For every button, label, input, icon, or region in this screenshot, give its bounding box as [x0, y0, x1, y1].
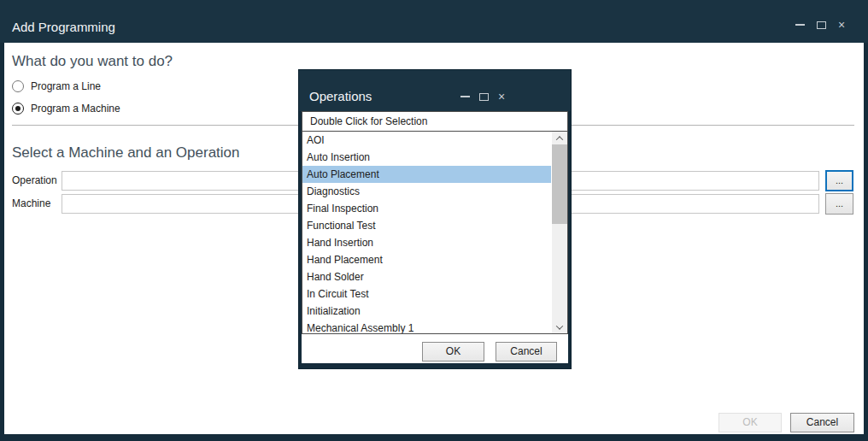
operations-picker: Double Click for Selection AOIAuto Inser…: [302, 111, 568, 334]
close-icon[interactable]: ×: [831, 12, 852, 38]
operations-title: Operations: [309, 89, 372, 103]
radio-circle-icon: [12, 80, 24, 92]
list-item[interactable]: Mechanical Assembly 1: [302, 320, 551, 333]
question-heading: What do you want to do?: [12, 53, 173, 70]
operations-dialog: Operations × Double Click for Selection …: [299, 70, 571, 368]
list-item[interactable]: Auto Insertion: [302, 149, 551, 166]
list-item[interactable]: Diagnostics: [302, 183, 551, 200]
list-item[interactable]: Initialization: [302, 303, 551, 320]
main-titlebar: Add Programming ×: [0, 0, 868, 43]
operations-ok-button[interactable]: OK: [422, 342, 484, 362]
list-item[interactable]: Hand Insertion: [302, 234, 551, 251]
list-item[interactable]: Hand Placement: [302, 251, 551, 268]
operations-list: AOIAuto InsertionAuto PlacementDiagnosti…: [302, 132, 567, 333]
operations-body: Double Click for Selection AOIAuto Inser…: [302, 111, 568, 363]
scroll-up-icon[interactable]: [552, 132, 567, 144]
main-ok-button[interactable]: OK: [718, 413, 782, 432]
radio-circle-icon: [12, 103, 24, 115]
operation-browse-button[interactable]: ...: [825, 170, 853, 191]
operations-cancel-button[interactable]: Cancel: [496, 342, 557, 362]
maximize-icon[interactable]: [811, 12, 831, 38]
minimize-icon[interactable]: [456, 87, 473, 106]
radio-program-a-machine[interactable]: Program a Machine: [12, 103, 120, 115]
close-icon[interactable]: ×: [493, 87, 510, 106]
radio-program-a-line[interactable]: Program a Line: [12, 80, 101, 92]
main-cancel-button[interactable]: Cancel: [790, 413, 854, 432]
list-item[interactable]: Final Inspection: [302, 200, 551, 217]
operation-field-label: Operation: [12, 170, 57, 191]
picker-instruction: Double Click for Selection: [302, 112, 567, 132]
list-item[interactable]: AOI: [302, 132, 551, 149]
list-item[interactable]: Hand Solder: [302, 268, 551, 285]
maximize-icon[interactable]: [475, 87, 492, 106]
machine-field-label: Machine: [12, 193, 50, 215]
select-heading: Select a Machine and an Operation: [12, 144, 240, 162]
list-item[interactable]: Functional Test: [302, 217, 551, 234]
list-item[interactable]: Auto Placement: [302, 166, 551, 183]
list-item[interactable]: In Circuit Test: [302, 285, 551, 303]
machine-browse-button[interactable]: ...: [825, 193, 853, 215]
operations-titlebar: Operations ×: [299, 70, 571, 111]
radio-label: Program a Machine: [31, 103, 120, 115]
scrollbar-thumb[interactable]: [552, 144, 567, 224]
radio-label: Program a Line: [31, 80, 101, 92]
scroll-down-icon[interactable]: [552, 320, 567, 333]
minimize-icon[interactable]: [789, 12, 810, 38]
scrollbar[interactable]: [552, 132, 567, 333]
window-title: Add Programming: [12, 20, 115, 34]
